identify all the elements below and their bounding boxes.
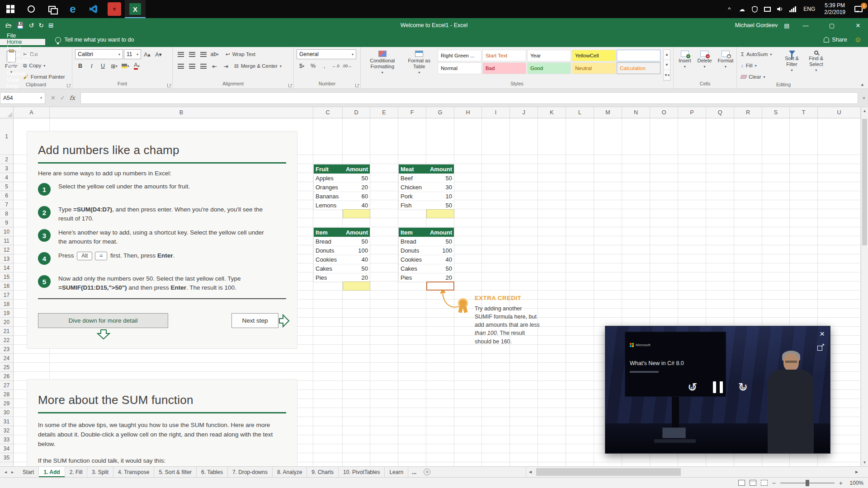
vertical-scrollbar[interactable]: ▲ ▼ — [861, 107, 868, 466]
video-player[interactable]: Microsoft What's New in C# 8.0 ↺10 ↻30 ×… — [605, 326, 830, 454]
row-header[interactable]: 25 — [0, 363, 13, 372]
conditional-formatting-button[interactable]: Conditional Formatting▾ — [363, 49, 401, 81]
cell-style-chip[interactable]: Calculation — [617, 62, 660, 74]
sheet-tab[interactable]: 7. Drop-downs — [228, 467, 273, 477]
table-row[interactable]: Bread50 — [399, 237, 454, 246]
increase-decimal-icon[interactable]: ←.0 — [330, 61, 341, 71]
row-header[interactable]: 8 — [0, 209, 13, 218]
table-row[interactable]: Lemons40 — [314, 201, 370, 210]
normal-view-icon[interactable] — [738, 480, 745, 486]
table-row[interactable]: Beef50 — [399, 174, 454, 183]
cortana-icon[interactable] — [21, 0, 42, 18]
column-header[interactable]: N — [622, 107, 650, 118]
fill-color-icon[interactable]: ▾ — [120, 61, 131, 71]
row-header[interactable]: 34 — [0, 444, 13, 453]
sheet-tab[interactable]: 6. Tables — [197, 467, 228, 477]
page-layout-view-icon[interactable] — [750, 480, 756, 486]
gallery-more-icon[interactable]: ▼▾ — [664, 70, 670, 80]
table-header-row[interactable]: ItemAmount — [399, 228, 454, 237]
sheet-tab[interactable]: Start — [18, 467, 39, 477]
tray-chevron-icon[interactable]: ^ — [724, 0, 735, 18]
italic-button[interactable]: I — [86, 61, 97, 71]
zoom-slider[interactable] — [780, 483, 835, 483]
accounting-format-icon[interactable]: $▾ — [297, 61, 307, 71]
borders-icon[interactable]: ⊞▾ — [109, 61, 119, 71]
table-row[interactable]: Chicken30 — [399, 183, 454, 192]
sheet-tab[interactable]: 9. Charts — [307, 467, 339, 477]
ribbon-tab[interactable]: Home — [0, 39, 45, 45]
insert-cells-button[interactable]: + Insert▾ — [676, 49, 693, 81]
column-header[interactable]: E — [370, 107, 398, 118]
pause-button[interactable] — [713, 381, 723, 393]
sheet-tab[interactable]: 8. Analyze — [273, 467, 307, 477]
shield-icon[interactable] — [749, 0, 760, 18]
cell-style-chip[interactable]: Normal — [438, 62, 481, 74]
merge-center-button[interactable]: ⊟Merge & Center▾ — [233, 61, 283, 71]
task-view-icon[interactable] — [42, 0, 62, 18]
row-header[interactable]: 29 — [0, 399, 13, 408]
clipboard-dialog-launcher-icon[interactable] — [67, 84, 71, 87]
format-as-table-button[interactable]: Format as Table▾ — [403, 49, 435, 81]
skip-back-button[interactable]: ↺10 — [688, 381, 698, 393]
more-sheets-indicator[interactable]: ... — [408, 467, 420, 477]
column-header[interactable]: K — [538, 107, 566, 118]
row-header[interactable]: 21 — [0, 327, 13, 336]
ribbon-tab[interactable]: Data — [0, 64, 45, 70]
table-row[interactable]: Bread50 — [314, 237, 370, 246]
table-header-row[interactable]: MeatAmount — [399, 164, 454, 174]
insert-function-icon[interactable]: fx — [70, 94, 75, 101]
ribbon-tab[interactable]: Insert — [0, 45, 45, 52]
column-header[interactable]: A — [14, 107, 50, 118]
column-header[interactable]: G — [426, 107, 454, 118]
name-box[interactable]: A54▾ — [0, 92, 45, 104]
dive-down-button[interactable]: Dive down for more detail — [38, 313, 168, 328]
scroll-right-icon[interactable]: ▶ — [853, 470, 861, 474]
row-header[interactable]: 6 — [0, 191, 13, 200]
wrap-text-button[interactable]: ↩Wrap Text — [224, 49, 257, 59]
align-center-icon[interactable] — [187, 61, 197, 71]
cell-style-chip[interactable]: YellowCell — [572, 50, 616, 61]
share-button[interactable]: Share — [824, 37, 847, 43]
excel-taskbar-icon[interactable]: X — [125, 0, 146, 18]
align-right-icon[interactable] — [198, 61, 208, 71]
start-button-icon[interactable] — [0, 0, 21, 18]
collapse-ribbon-icon[interactable]: ▲ — [860, 82, 864, 87]
confirm-entry-icon[interactable]: ✓ — [60, 94, 65, 101]
table-row[interactable]: Pork10 — [399, 192, 454, 201]
row-header[interactable]: 5 — [0, 182, 13, 191]
expand-formula-bar-icon[interactable]: ▾ — [860, 96, 868, 100]
table-row[interactable]: Cakes50 — [399, 264, 454, 273]
column-header[interactable]: C — [313, 107, 343, 118]
column-header[interactable]: F — [398, 107, 426, 118]
column-header[interactable]: Q — [706, 107, 734, 118]
signed-in-user[interactable]: Michael Gordeev — [735, 22, 778, 28]
horizontal-scroll-thumb[interactable] — [536, 468, 681, 476]
red-app-icon[interactable]: ▾ — [104, 0, 125, 18]
horizontal-scrollbar[interactable]: ◀ ▶ — [526, 467, 861, 477]
table-row[interactable]: Donuts100 — [399, 246, 454, 255]
next-arrow-icon[interactable] — [279, 314, 290, 328]
align-top-icon[interactable] — [175, 49, 186, 59]
sheet-tab[interactable]: Learn — [385, 467, 408, 477]
prev-sheet-icon[interactable]: ◂ — [5, 469, 7, 474]
ribbon-display-options-icon[interactable]: ▤ — [784, 22, 789, 29]
table-row[interactable]: Fish50 — [399, 201, 454, 210]
decrease-indent-icon[interactable]: ⇤ — [209, 61, 220, 71]
table-row[interactable]: Cookies40 — [314, 255, 370, 264]
zoom-level[interactable]: 100% — [847, 480, 863, 486]
sort-filter-button[interactable]: Sort & Filter▾ — [781, 49, 803, 82]
row-header[interactable]: 18 — [0, 300, 13, 309]
number-format-combo[interactable]: General▾ — [297, 49, 356, 59]
font-name-combo[interactable]: Calibri▾ — [75, 49, 123, 59]
table-row[interactable]: Cakes50 — [314, 264, 370, 273]
row-header[interactable]: 26 — [0, 372, 13, 381]
select-all-corner[interactable] — [0, 107, 14, 118]
row-header[interactable]: 3 — [0, 164, 13, 173]
row-header[interactable]: 9 — [0, 218, 13, 227]
row-header[interactable]: 16 — [0, 282, 13, 291]
table-row[interactable]: Donuts100 — [314, 246, 370, 255]
down-arrow-icon[interactable] — [97, 329, 110, 339]
cell-style-chip[interactable]: Good — [527, 62, 571, 74]
action-center-icon[interactable]: 1 — [851, 0, 866, 18]
gallery-down-icon[interactable]: ▼ — [664, 60, 670, 70]
